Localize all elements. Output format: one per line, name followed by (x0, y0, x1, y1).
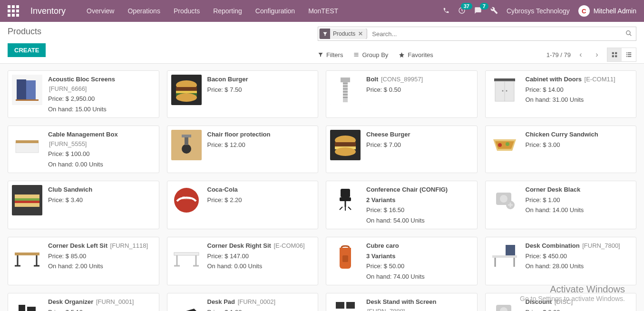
svg-rect-23 (341, 78, 350, 82)
activities-icon[interactable]: 37 (458, 7, 466, 16)
product-name: Acoustic Bloc Screens (48, 76, 115, 83)
product-card[interactable]: Bacon BurgerPrice: $ 7.50 (167, 70, 319, 118)
menu-operations[interactable]: Operations (127, 7, 160, 15)
svg-rect-7 (628, 52, 632, 53)
debug-icon[interactable] (490, 7, 498, 16)
svg-rect-84 (19, 305, 25, 311)
search-input[interactable] (368, 27, 622, 40)
product-name: Cubre caro (366, 242, 399, 249)
product-onhand: On hand: 31.00 Units (526, 95, 615, 105)
menu-overview[interactable]: Overview (87, 7, 114, 15)
product-card[interactable]: Discount [DISC]Price: $ 0.00 (485, 293, 637, 311)
product-name: Cabinet with Doors (526, 76, 582, 83)
create-button[interactable]: CREATE (8, 43, 46, 57)
product-card[interactable]: CocaCoca-ColaPrice: $ 2.20 (167, 181, 319, 229)
svg-rect-19 (176, 91, 197, 93)
svg-rect-26 (494, 78, 515, 81)
product-card[interactable]: Desk Organizer [FURN_0001]Price: $ 5.10O… (8, 293, 159, 311)
svg-rect-76 (342, 255, 348, 262)
product-card[interactable]: Corner Desk BlackPrice: $ 1.00On hand: 1… (485, 181, 637, 229)
groupby-button[interactable]: Group By (353, 51, 388, 58)
product-price: Price: $ 100.00 (48, 149, 155, 159)
list-view-icon[interactable] (622, 48, 636, 61)
product-thumb (330, 185, 361, 215)
product-card[interactable]: Cubre caro3 VariantsPrice: $ 50.00On han… (326, 237, 478, 285)
nav-right: 37 7 Cybrosys Technology C Mitchell Admi… (443, 5, 636, 17)
svg-point-29 (502, 90, 503, 92)
product-thumb (171, 130, 202, 160)
product-price: Price: $ 0.00 (526, 308, 573, 311)
product-thumb (171, 241, 202, 272)
product-card[interactable]: Desk Stand with Screen [FURN_7888]Price:… (326, 293, 478, 311)
kanban-view-icon[interactable] (607, 48, 622, 61)
company-name[interactable]: Cybrosys Technology (507, 7, 570, 15)
product-card[interactable]: Chicken Curry SandwichPrice: $ 3.00 (485, 126, 637, 173)
svg-rect-5 (615, 55, 617, 57)
product-card[interactable]: Bolt [CONS_89957]Price: $ 0.50 (326, 70, 478, 118)
chip-remove-icon[interactable]: ✕ (358, 30, 363, 37)
svg-point-30 (506, 90, 507, 92)
product-price: Price: $ 50.00 (366, 262, 425, 271)
kanban-container[interactable]: Acoustic Bloc Screens [FURN_6666]Price: … (0, 64, 644, 311)
product-price: Price: $ 147.00 (207, 252, 305, 261)
svg-rect-88 (330, 297, 361, 311)
svg-point-35 (182, 144, 191, 154)
product-card[interactable]: Club SandwichPrice: $ 3.40 (8, 181, 159, 229)
apps-icon[interactable] (8, 5, 19, 17)
phone-icon[interactable] (443, 7, 449, 15)
search-bar: Products ✕ (318, 27, 636, 41)
product-name: Corner Desk Left Sit (48, 242, 107, 249)
product-card[interactable]: Conference Chair (CONFIG)2 VariantsPrice… (326, 181, 478, 229)
product-card[interactable]: Chair floor protectionPrice: $ 12.00 (167, 126, 319, 173)
pager-text: 1-79 / 79 (546, 51, 571, 58)
filters-button[interactable]: Filters (318, 51, 343, 58)
product-price: Price: $ 16.50 (366, 205, 448, 215)
product-thumb (489, 297, 520, 311)
svg-rect-90 (346, 302, 355, 309)
product-code: [FURN_0001] (96, 298, 134, 305)
svg-point-47 (506, 142, 509, 146)
messages-icon[interactable]: 7 (474, 7, 482, 16)
svg-rect-63 (12, 241, 42, 272)
product-thumb (12, 185, 42, 215)
product-card[interactable]: Desk Combination [FURN_7800]Price: $ 450… (485, 237, 637, 285)
user-menu[interactable]: C Mitchell Admin (578, 5, 636, 17)
favorites-button[interactable]: Favorites (399, 51, 433, 58)
funnel-icon (320, 29, 330, 39)
product-thumb (489, 241, 520, 272)
product-card[interactable]: Corner Desk Left Sit [FURN_1118]Price: $… (8, 237, 159, 285)
product-card[interactable]: Cabinet with Doors [E-COM11]Price: $ 14.… (485, 70, 637, 118)
menu-configuration[interactable]: Configuration (255, 7, 295, 15)
svg-rect-10 (626, 56, 627, 57)
svg-rect-78 (506, 245, 515, 255)
product-name: Cable Management Box (48, 131, 118, 138)
svg-rect-2 (612, 52, 614, 54)
product-card[interactable]: Corner Desk Right Sit [E-COM06]Price: $ … (167, 237, 319, 285)
activities-badge: 37 (461, 3, 472, 10)
product-onhand: On hand: 0.00 Units (207, 262, 305, 271)
svg-rect-64 (15, 253, 39, 255)
product-card[interactable]: Cheese BurgerPrice: $ 7.00 (326, 126, 478, 173)
svg-point-1 (626, 30, 630, 34)
search-icon[interactable] (622, 30, 636, 38)
svg-rect-36 (185, 136, 188, 145)
menu-reporting[interactable]: Reporting (213, 7, 242, 15)
svg-rect-89 (336, 302, 344, 309)
svg-rect-86 (171, 297, 202, 311)
product-card[interactable]: Acoustic Bloc Screens [FURN_6666]Price: … (8, 70, 159, 118)
menu-products[interactable]: Products (174, 7, 200, 15)
product-thumb (330, 297, 361, 311)
menu-montest[interactable]: MonTEST (308, 7, 338, 15)
svg-rect-15 (16, 99, 39, 101)
svg-rect-18 (176, 87, 197, 91)
product-code: [E-COM06] (273, 242, 304, 249)
svg-text:Coca: Coca (182, 195, 191, 200)
chip-label: Products (333, 30, 355, 37)
product-card[interactable]: Desk Pad [FURN_0002]Price: $ 1.98On hand… (167, 293, 319, 311)
pager-next-icon[interactable]: › (591, 49, 603, 61)
pager-prev-icon[interactable]: ‹ (575, 49, 587, 61)
product-onhand: On hand: 14.00 Units (526, 205, 584, 215)
product-card[interactable]: Cable Management Box [FURN_5555]Price: $… (8, 126, 159, 173)
product-code: [DISC] (555, 298, 573, 305)
svg-rect-4 (612, 55, 614, 57)
